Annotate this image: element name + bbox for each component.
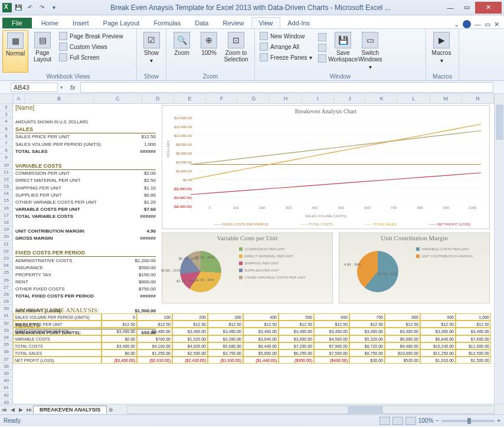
tab-nav-next[interactable]: ▶ (17, 407, 25, 413)
name-box[interactable]: AB43 (11, 83, 58, 92)
worksheet-grid[interactable]: 2345678910111213141516171819202122232425… (0, 94, 504, 404)
zoom-100-button[interactable]: ⊕100% (196, 30, 222, 73)
formula-bar: AB43 ▾ fx (0, 81, 504, 94)
page-break-view-icon[interactable] (405, 417, 416, 425)
tab-data[interactable]: Data (188, 18, 215, 28)
tab-review[interactable]: Review (215, 18, 251, 28)
tab-addins[interactable]: Add-Ins (280, 18, 317, 28)
undo-button[interactable]: ↶ (25, 2, 35, 13)
chart-legend: FIXED COSTS PER PERIODTOTAL COSTSTOTAL S… (198, 223, 487, 226)
doc-minimize-icon[interactable]: — (474, 21, 481, 28)
maximize-button[interactable]: ▭ (459, 2, 475, 14)
tab-nav-prev[interactable]: ◀ (8, 407, 17, 413)
variable-costs-header: VARIABLE COSTS (15, 163, 156, 170)
tab-home[interactable]: Home (34, 18, 66, 28)
x-axis-label: SALES VOLUME (UNITS) (162, 214, 489, 218)
unhide-button[interactable] (316, 54, 329, 63)
window-controls: — ▭ ✕ (442, 2, 502, 14)
zoom-out-button[interactable]: − (436, 417, 439, 424)
sheet-tabs-bar: ⏮ ◀ ▶ ⏭ BREAKEVEN ANALYSIS ⊕ (0, 404, 504, 414)
switch-windows-button[interactable]: ▭Switch Windows▾ (357, 30, 383, 73)
contribution-margin-pie[interactable]: Unit Contribution Margin $7.60 , 61% 4.9… (339, 233, 490, 303)
zoom-selection-button[interactable]: ⊡Zoom to Selection (223, 30, 249, 73)
tab-page-layout[interactable]: Page Layout (96, 18, 147, 28)
sales-header: SALES (15, 126, 156, 133)
page-layout-button[interactable]: ▤Page Layout (30, 30, 55, 73)
arrange-all-button[interactable]: Arrange All (257, 42, 315, 51)
amounts-note: AMOUNTS SHOWN IN U.S. DOLLARS (15, 118, 156, 125)
normal-view-icon[interactable] (379, 417, 390, 425)
chart-title: Breakeven Analysis Chart (162, 106, 489, 117)
group-show: Show (137, 73, 166, 80)
table-row: TOTAL SALES$0.00$1,250.00$2,500.00$3,750… (13, 349, 492, 357)
group-macros: Macros (426, 73, 459, 80)
new-sheet-button[interactable]: ⊕ (107, 407, 115, 413)
macros-button[interactable]: ▶Macros▾ (428, 30, 454, 73)
line-chart-svg (191, 117, 481, 206)
variable-costs-pie[interactable]: Variable Costs per Unit $2.00 , 26% $2.5… (162, 233, 333, 303)
show-button[interactable]: ☑Show▾ (139, 30, 163, 73)
table-row: VARIABLE COSTS$0.00$760.00$1,520.00$2,28… (13, 335, 492, 342)
tab-formulas[interactable]: Formulas (146, 18, 188, 28)
row-headers[interactable]: 2345678910111213141516171819202122232425… (0, 94, 13, 404)
page-break-preview-button[interactable]: Page Break Preview (57, 31, 126, 41)
y-axis-ticks: $14,000.00$12,000.00$10,000.00$8,000.00$… (162, 116, 192, 214)
group-zoom: Zoom (166, 73, 254, 80)
doc-close-icon[interactable]: ✕ (494, 21, 499, 28)
x-axis-ticks: 01002003004005006007008009001000 (197, 206, 486, 210)
save-workspace-button[interactable]: 💾Save Workspace (330, 30, 356, 73)
zoom-level[interactable]: 100% (418, 417, 434, 424)
custom-views-button[interactable]: Custom Views (57, 42, 126, 51)
normal-view-button[interactable]: ▦Normal (2, 30, 28, 73)
fixed-costs-header: FIXED COSTS PER PERIOD (15, 250, 156, 257)
split-button[interactable] (316, 32, 329, 42)
sales-volume-analysis: SALES VOLUME ANALYSIS: SALES VOLUME PER … (13, 306, 492, 364)
pie1-legend: COMMISSION PER UNITDIRECT MATERIAL PER U… (239, 247, 306, 283)
table-row: SALES VOLUME PER PERIOD (UNITS)010020030… (13, 313, 492, 321)
tab-view[interactable]: View (251, 17, 281, 28)
help-icon[interactable]: ? (463, 20, 471, 28)
page-layout-view-icon[interactable] (392, 417, 403, 425)
tab-nav-last[interactable]: ⏭ (25, 407, 33, 413)
hide-button[interactable] (316, 43, 329, 53)
tab-file[interactable]: File (2, 18, 32, 28)
breakeven-chart[interactable]: Breakeven Analysis Chart $14,000.00$12,0… (162, 105, 490, 229)
name-cell: [Name] (15, 104, 156, 111)
sheet-data-left: [Name] AMOUNTS SHOWN IN U.S. DOLLARS SAL… (15, 104, 156, 336)
zoom-button[interactable]: 🔍Zoom (169, 30, 195, 73)
status-bar: Ready 100% − + (0, 414, 504, 426)
zoom-slider[interactable] (441, 420, 495, 422)
minimize-button[interactable]: — (442, 2, 459, 14)
zoom-in-button[interactable]: + (497, 417, 500, 424)
tab-insert[interactable]: Insert (66, 18, 96, 28)
close-button[interactable]: ✕ (475, 2, 502, 14)
redo-button[interactable]: ↷ (37, 2, 47, 13)
table-row: NET PROFIT (LOSS)($3,400.00)($2,910.00)(… (13, 357, 492, 364)
formula-input[interactable] (80, 82, 493, 93)
full-screen-button[interactable]: Full Screen (57, 53, 126, 62)
cells-area[interactable]: ABCDEFGHIJKLMN [Name] AMOUNTS SHOWN IN U… (13, 94, 494, 404)
y-axis-label: DOLLARS (166, 141, 170, 157)
status-ready: Ready (4, 417, 21, 424)
pie2 (357, 251, 398, 292)
tab-nav-first[interactable]: ⏮ (0, 407, 8, 413)
table-row: FIXED COSTS PER PERIOD$3,400.00$3,400.00… (13, 328, 492, 335)
freeze-panes-button[interactable]: Freeze Panes ▾ (257, 53, 315, 62)
quick-access-toolbar: 💾 ↶ ↷ ▾ (2, 2, 59, 13)
new-window-button[interactable]: New Window (257, 31, 315, 41)
sheet-tab-breakeven[interactable]: BREAKEVEN ANALYSIS (33, 406, 107, 413)
excel-icon[interactable] (2, 3, 12, 12)
qat-customize[interactable]: ▾ (48, 2, 59, 13)
ribbon: ▦Normal ▤Page Layout Page Break Preview … (0, 29, 504, 81)
ribbon-minimize-icon[interactable]: ⌄ (454, 21, 459, 28)
table-row: SALES PRICE PER UNIT$12.50$12.50$12.50$1… (13, 321, 492, 328)
vertical-scrollbar[interactable] (494, 94, 504, 404)
window-title: Break Even Anaysis Template for Excel 20… (59, 4, 442, 12)
doc-restore-icon[interactable]: ▭ (485, 21, 490, 28)
horizontal-scrollbar[interactable] (127, 406, 495, 414)
save-button[interactable]: 💾 (13, 2, 24, 13)
group-window: Window (255, 73, 426, 80)
fx-icon[interactable]: fx (66, 84, 80, 91)
pie2-title: Unit Contribution Margin (339, 233, 489, 243)
column-headers[interactable]: ABCDEFGHIJKLMN (13, 94, 494, 104)
